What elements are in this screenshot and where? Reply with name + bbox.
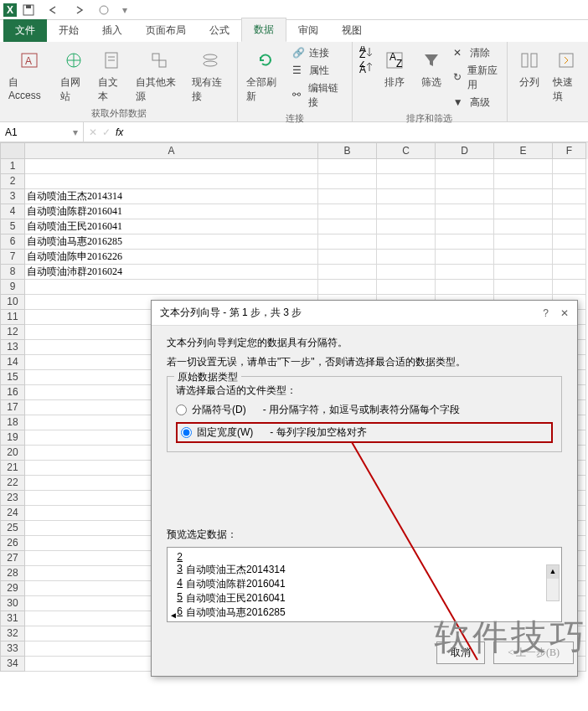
row-header[interactable]: 19 (0, 430, 25, 446)
cell[interactable] (553, 189, 586, 204)
cell[interactable] (377, 234, 436, 250)
cell[interactable] (318, 174, 377, 189)
row-header[interactable]: 27 (0, 551, 25, 566)
tab-view[interactable]: 视图 (330, 19, 374, 42)
cell[interactable] (436, 174, 494, 189)
cell[interactable] (436, 189, 494, 204)
undo-icon[interactable] (47, 3, 60, 17)
row-header[interactable]: 26 (0, 536, 25, 551)
row-header[interactable]: 2 (0, 174, 25, 189)
cell[interactable] (553, 219, 586, 234)
tab-file[interactable]: 文件 (3, 19, 47, 42)
refresh-all-button[interactable]: 全部刷新 (243, 45, 287, 106)
row-header[interactable]: 8 (0, 265, 25, 280)
cell[interactable] (377, 280, 436, 295)
row-header[interactable]: 10 (0, 295, 25, 310)
cell[interactable] (25, 159, 318, 174)
cell[interactable] (318, 159, 377, 174)
cell[interactable] (494, 219, 553, 234)
cell[interactable] (553, 250, 586, 265)
cell[interactable] (436, 159, 494, 174)
cell[interactable] (553, 159, 586, 174)
cell[interactable] (553, 234, 586, 250)
cell[interactable] (553, 280, 586, 295)
scroll-up-icon[interactable]: ▲ (547, 565, 559, 579)
row-header[interactable]: 16 (0, 385, 25, 400)
row-header[interactable]: 12 (0, 325, 25, 340)
tab-review[interactable]: 审阅 (286, 19, 330, 42)
fx-icon[interactable]: fx (116, 126, 123, 138)
connections-button[interactable]: 🔗连接 (291, 45, 347, 61)
preview-scroll-left[interactable]: ◄ (169, 611, 178, 620)
cell[interactable] (553, 265, 586, 280)
cell[interactable] (318, 280, 377, 295)
row-header[interactable]: 4 (0, 204, 25, 219)
row-header[interactable]: 29 (0, 581, 25, 596)
cell[interactable] (318, 189, 377, 204)
cell[interactable]: 自动喷油陈申2016226 (25, 250, 318, 265)
text-to-columns-button[interactable]: 分列 (513, 45, 546, 91)
row-header[interactable]: 15 (0, 370, 25, 385)
help-icon[interactable]: ? (543, 307, 549, 319)
fixed-width-radio[interactable] (181, 427, 192, 438)
cell[interactable]: 自动喷油沛群2016024 (25, 265, 318, 280)
row-header[interactable]: 28 (0, 566, 25, 581)
preview-scrollbar[interactable]: ▲ (546, 564, 560, 601)
name-box[interactable]: A1▾ (0, 122, 84, 142)
cell[interactable] (377, 265, 436, 280)
properties-button[interactable]: ☰属性 (291, 63, 347, 79)
existing-connections-button[interactable]: 现有连接 (188, 45, 232, 106)
column-header[interactable]: D (436, 142, 494, 159)
select-all-corner[interactable] (0, 142, 25, 159)
cancel-button[interactable]: 取消 (436, 641, 485, 664)
cell[interactable] (377, 204, 436, 219)
delimited-radio[interactable] (176, 404, 187, 415)
cell[interactable] (436, 234, 494, 250)
cell[interactable] (377, 189, 436, 204)
cell[interactable] (494, 174, 553, 189)
cell[interactable] (494, 204, 553, 219)
reapply-button[interactable]: ↻重新应用 (451, 63, 502, 93)
cell[interactable]: 自动喷油马惠2016285 (25, 234, 318, 250)
cell[interactable] (377, 219, 436, 234)
tab-formulas[interactable]: 公式 (198, 19, 241, 42)
cell[interactable] (318, 204, 377, 219)
cell[interactable] (494, 234, 553, 250)
cancel-formula-icon[interactable]: ✕ (89, 126, 97, 138)
cell[interactable] (494, 250, 553, 265)
column-header[interactable]: E (494, 142, 553, 159)
cell[interactable] (25, 174, 318, 189)
filter-button[interactable]: 筛选 (415, 45, 448, 91)
cell[interactable] (318, 234, 377, 250)
edit-links-button[interactable]: ⚯编辑链接 (291, 80, 347, 111)
cell[interactable] (377, 250, 436, 265)
row-header[interactable]: 25 (0, 521, 25, 536)
column-header[interactable]: A (25, 142, 318, 159)
touch-mode-icon[interactable] (97, 3, 111, 17)
cell[interactable] (377, 174, 436, 189)
row-header[interactable]: 14 (0, 355, 25, 370)
row-header[interactable]: 31 (0, 611, 25, 626)
cell[interactable] (436, 280, 494, 295)
row-header[interactable]: 1 (0, 159, 25, 174)
row-header[interactable]: 6 (0, 234, 25, 250)
row-header[interactable]: 30 (0, 596, 25, 611)
column-header[interactable]: F (553, 142, 586, 159)
clear-filter-button[interactable]: ✕清除 (451, 45, 502, 61)
row-header[interactable]: 22 (0, 476, 25, 491)
close-icon[interactable]: ✕ (560, 307, 569, 319)
cell[interactable] (494, 265, 553, 280)
back-button[interactable]: < 上一步(B) (493, 641, 574, 664)
cell[interactable]: 自动喷油王杰2014314 (25, 189, 318, 204)
row-header[interactable]: 20 (0, 446, 25, 461)
column-header[interactable]: C (377, 142, 436, 159)
row-header[interactable]: 23 (0, 491, 25, 506)
from-web-button[interactable]: 自网站 (57, 45, 91, 106)
sort-desc-button[interactable]: ZA (358, 60, 374, 75)
qat-dropdown-icon[interactable]: ▾ (122, 4, 127, 16)
redo-icon[interactable] (72, 3, 85, 17)
row-header[interactable]: 7 (0, 250, 25, 265)
enter-formula-icon[interactable]: ✓ (102, 126, 111, 138)
from-other-button[interactable]: 自其他来源 (132, 45, 185, 106)
row-header[interactable]: 18 (0, 415, 25, 430)
